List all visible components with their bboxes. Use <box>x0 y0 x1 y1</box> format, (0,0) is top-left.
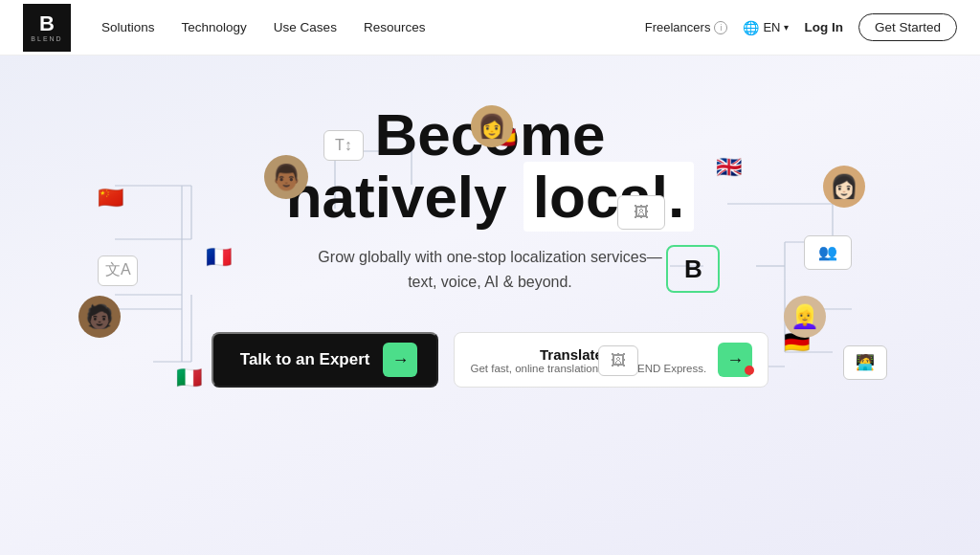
navbar: B BLEND Solutions Technology Use Cases R… <box>0 0 980 56</box>
blend-logo-box: B <box>666 245 720 293</box>
avatar-4: 👱‍♀️ <box>784 296 826 338</box>
nav-solutions[interactable]: Solutions <box>101 20 155 34</box>
avatar-3: 👩🏻 <box>823 166 865 208</box>
nav-resources[interactable]: Resources <box>364 20 426 34</box>
flag-china: 🇨🇳 <box>98 186 123 211</box>
text-icon-box: T↕ <box>323 130 364 161</box>
logo[interactable]: B BLEND <box>23 4 71 52</box>
nav-use-cases[interactable]: Use Cases <box>274 20 337 34</box>
hero-subtitle: Grow globally with one-stop localization… <box>318 245 661 294</box>
freelancers-label: Freelancers i <box>645 20 728 34</box>
hero-section: 🇨🇳 🇫🇷 🇮🇹 🇪🇸 🇬🇧 🇩🇪 👨🏾 👩 👩🏻 👱‍♀️ 🧑🏿 T↕ 文A … <box>0 56 980 555</box>
avatar-5: 🧑🏿 <box>78 296 121 338</box>
globe-icon: 🌐 <box>743 20 759 35</box>
primary-arrow-icon: → <box>383 343 417 377</box>
get-started-button[interactable]: Get Started <box>858 13 957 41</box>
image-icon-box-top: 🖼 <box>617 195 665 230</box>
info-icon[interactable]: i <box>714 21 727 34</box>
avatar-2: 👩 <box>471 105 513 147</box>
red-dot <box>745 366 754 375</box>
nav-right: Freelancers i 🌐 EN ▾ Log In Get Started <box>645 13 957 41</box>
flag-italy: 🇮🇹 <box>176 366 202 390</box>
group-icon-box: 👥 <box>804 235 852 270</box>
flag-france: 🇫🇷 <box>206 245 232 270</box>
nav-links: Solutions Technology Use Cases Resources <box>101 20 645 34</box>
login-button[interactable]: Log In <box>804 20 843 34</box>
logo-letter: B <box>39 13 55 34</box>
nav-technology[interactable]: Technology <box>182 20 247 34</box>
cta-row: Talk to an Expert → Translate Now Get fa… <box>212 332 768 388</box>
flag-uk: 🇬🇧 <box>716 155 742 180</box>
translate-icon-box: 文A <box>98 255 138 286</box>
image-icon-box-left: 🖼 <box>598 345 638 376</box>
talk-to-expert-button[interactable]: Talk to an Expert → <box>212 332 439 388</box>
person-icon-box: 🧑‍💻 <box>843 345 887 380</box>
lang-selector[interactable]: 🌐 EN ▾ <box>743 20 789 35</box>
logo-text: BLEND <box>31 35 62 42</box>
